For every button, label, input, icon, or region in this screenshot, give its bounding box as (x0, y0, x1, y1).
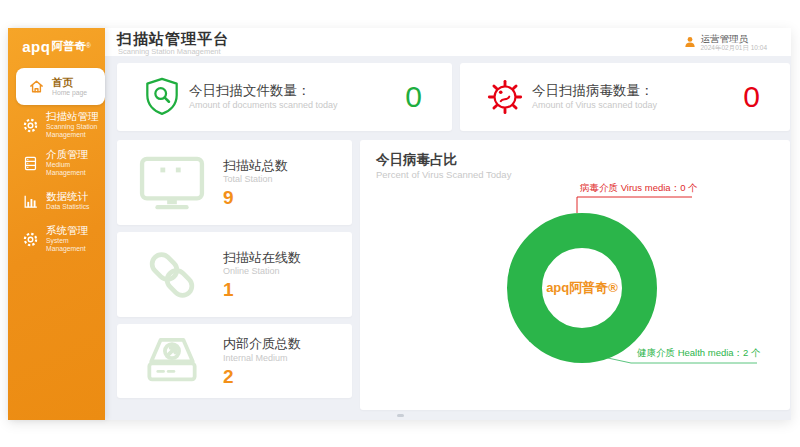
stat-title: 今日扫描病毒数量： (532, 83, 657, 100)
sidebar: apq阿普奇® 首页 Home page 扫描站管理 Scanning Stat… (8, 28, 105, 420)
home-icon (28, 78, 45, 95)
stat-card-total-station: 扫描站总数 Total Station 9 (117, 140, 352, 225)
server-icon (22, 155, 39, 172)
dashboard-content: 今日扫描文件数量： Amount of documents scanned to… (105, 56, 791, 420)
stat-title: 扫描站在线数 (223, 250, 301, 266)
stat-card-documents: 今日扫描文件数量： Amount of documents scanned to… (117, 63, 452, 131)
sidebar-item-medium-management[interactable]: 介质管理 Medium Management (8, 144, 105, 182)
virus-percent-chart-panel: 今日病毒占比 Percent of Virus Scanned Today ap… (360, 140, 790, 410)
sidebar-item-home[interactable]: 首页 Home page (16, 68, 105, 105)
user-avatar-icon (684, 34, 696, 46)
sidebar-item-label: 系统管理 (46, 224, 105, 237)
internal-medium-value: 2 (223, 367, 301, 386)
stat-card-online-station: 扫描站在线数 Online Station 1 (117, 232, 352, 317)
user-info[interactable]: 运营管理员 2024年02月01日 10:04 (684, 33, 768, 53)
documents-value: 0 (405, 82, 422, 112)
sidebar-item-data-statistics[interactable]: 数据统计 Data Statistics (8, 182, 105, 220)
user-name: 运营管理员 (701, 33, 768, 44)
sidebar-item-label: 介质管理 (46, 148, 88, 161)
stat-subtitle: Total Station (223, 174, 288, 186)
virus-media-annotation: 病毒介质 Virus media：0 个 (580, 182, 698, 195)
logo-latin-text: apq (22, 38, 50, 55)
stat-card-virus: 今日扫描病毒数量： Amount of Virus scanned today … (460, 63, 790, 131)
sidebar-item-label: 扫描站管理 (46, 110, 99, 123)
stat-subtitle: Amount of documents scanned today (189, 100, 338, 112)
total-station-value: 9 (223, 188, 288, 207)
sidebar-item-sublabel: Home page (52, 89, 87, 97)
sidebar-item-sublabel: System Management (46, 237, 105, 254)
online-station-value: 1 (223, 280, 301, 299)
page-header: 扫描站管理平台 Scanning Station Management 运营管理… (105, 28, 791, 56)
storage-drive-icon (135, 330, 209, 392)
stat-subtitle: Online Station (223, 266, 301, 278)
monitor-icon (135, 152, 209, 214)
health-media-annotation: 健康介质 Health media：2 个 (637, 347, 761, 360)
stat-title: 扫描站总数 (223, 158, 288, 174)
gear-icon (22, 117, 39, 134)
scroll-handle[interactable] (397, 414, 404, 417)
sidebar-item-label: 首页 (52, 76, 87, 89)
gear-icon (22, 231, 39, 248)
main-area: 扫描站管理平台 Scanning Station Management 运营管理… (105, 28, 791, 420)
page-subtitle: Scanning Station Management (118, 47, 221, 56)
registered-mark: ® (86, 41, 91, 51)
sidebar-item-sublabel: Medium Management (46, 161, 88, 178)
sidebar-item-sublabel: Data Statistics (46, 203, 89, 211)
stat-card-internal-medium: 内部介质总数 Internal Medium 2 (117, 324, 352, 398)
donut-center-logo: apq阿普奇® (507, 213, 657, 363)
logo-cn-text: 阿普奇 (51, 39, 86, 54)
stat-subtitle: Internal Medium (223, 353, 301, 365)
virus-icon (486, 76, 524, 118)
stat-subtitle: Amount of Virus scanned today (532, 100, 657, 112)
sidebar-item-label: 数据统计 (46, 190, 89, 203)
user-datetime: 2024年02月01日 10:04 (701, 44, 768, 52)
sidebar-item-scanning-station-management[interactable]: 扫描站管理 Scanning Station Management (8, 106, 105, 144)
chain-link-icon (135, 244, 209, 306)
stat-title: 内部介质总数 (223, 336, 301, 352)
shield-scan-icon (143, 76, 181, 118)
sidebar-logo: apq阿普奇® (8, 28, 105, 64)
bar-chart-icon (22, 193, 39, 210)
sidebar-item-system-management[interactable]: 系统管理 System Management (8, 220, 105, 258)
sidebar-item-sublabel: Scanning Station Management (46, 123, 99, 140)
virus-value: 0 (743, 82, 760, 112)
stat-title: 今日扫描文件数量： (189, 83, 338, 100)
app-window: apq阿普奇® 首页 Home page 扫描站管理 Scanning Stat… (8, 28, 791, 420)
